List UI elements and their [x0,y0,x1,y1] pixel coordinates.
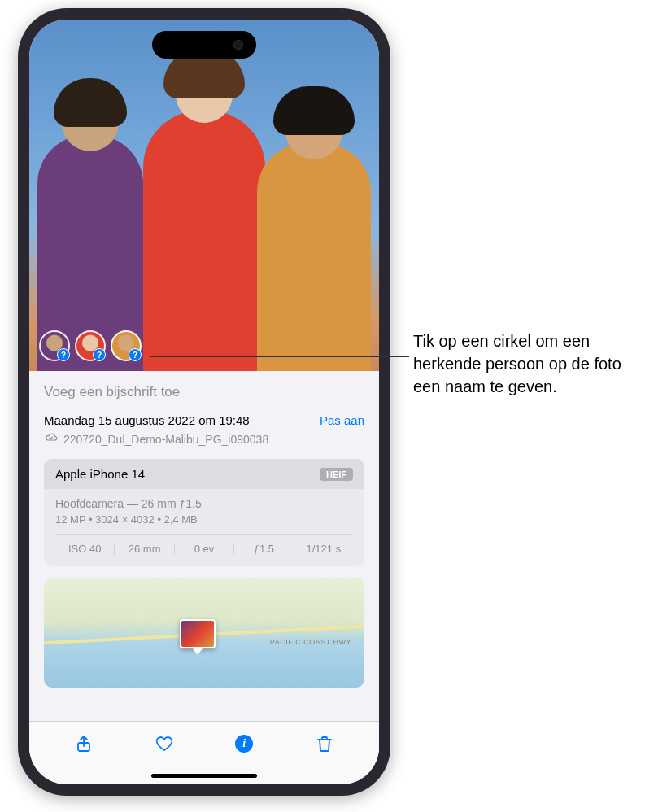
photo-content [29,20,379,371]
heart-icon [155,734,174,753]
home-indicator[interactable] [151,774,257,778]
spec-aperture: ƒ1.5 [234,543,294,555]
photo-viewer[interactable] [29,20,379,371]
date-row: Maandag 15 augustus 2022 om 19:48 Pas aa… [44,413,364,430]
filename-text: 220720_Dul_Demo-Malibu_PG_i090038 [63,433,268,446]
icloud-icon [44,430,59,447]
person-figure-3 [257,143,371,371]
caption-input[interactable]: Voeg een bijschrift toe [44,384,364,400]
camera-details: Hoofdcamera — 26 mm ƒ1.5 12 MP • 3024 × … [44,489,364,566]
caption-field-container: Voeg een bijschrift toe [29,371,379,413]
face-recognition-bubbles [39,330,142,361]
camera-header: Apple iPhone 14 HEIF [44,459,364,489]
delete-button[interactable] [312,731,337,756]
phone-device-frame: Voeg een bijschrift toe Maandag 15 augus… [18,8,390,796]
map-pin[interactable] [180,619,216,655]
format-badge: HEIF [320,468,353,481]
camera-device-name: Apple iPhone 14 [55,467,145,481]
info-button[interactable]: i [232,731,256,756]
face-bubble-1[interactable] [39,330,70,361]
adjust-date-button[interactable]: Pas aan [320,413,364,427]
map-pin-thumbnail [180,619,216,648]
trash-icon [315,734,334,753]
filename-row: 220720_Dul_Demo-Malibu_PG_i090038 [44,430,364,459]
share-button[interactable] [72,731,96,756]
dynamic-island [152,31,256,59]
person-figure-2 [143,111,265,371]
share-icon [74,734,94,753]
location-map[interactable]: PACIFIC COAST HWY [44,578,364,688]
map-road-label: PACIFIC COAST HWY [270,638,351,646]
phone-screen: Voeg een bijschrift toe Maandag 15 augus… [29,20,379,784]
camera-info-card[interactable]: Apple iPhone 14 HEIF Hoofdcamera — 26 mm… [44,459,364,566]
lens-info: Hoofdcamera — 26 mm ƒ1.5 [55,497,353,513]
face-bubble-2[interactable] [75,330,106,361]
spec-iso: ISO 40 [55,543,115,555]
spec-focal: 26 mm [115,543,174,555]
callout-leader-line [150,356,409,357]
spec-shutter: 1/121 s [294,543,353,555]
face-bubble-3[interactable] [111,330,142,361]
photo-date: Maandag 15 augustus 2022 om 19:48 [44,413,250,427]
camera-specs-row: ISO 40 26 mm 0 ev ƒ1.5 1/121 s [55,534,353,563]
favorite-button[interactable] [152,731,177,756]
info-icon: i [235,735,253,753]
map-pin-point [193,648,203,655]
metadata-panel: Maandag 15 augustus 2022 om 19:48 Pas aa… [29,413,379,688]
annotation-callout: Tik op een cirkel om een herkende persoo… [413,330,633,398]
resolution-info: 12 MP • 3024 × 4032 • 2,4 MB [55,513,353,534]
spec-ev: 0 ev [175,543,234,555]
